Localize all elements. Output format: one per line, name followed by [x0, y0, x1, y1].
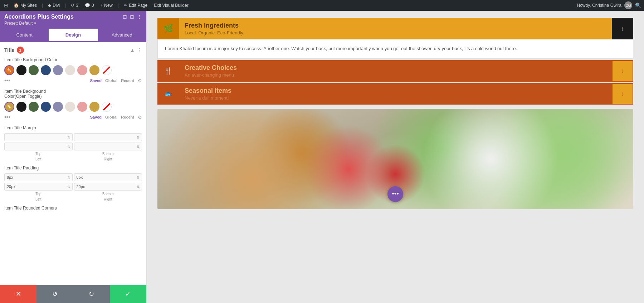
tab-content[interactable]: Content	[0, 29, 49, 42]
active-color-swatch-2[interactable]: ✎	[4, 102, 14, 112]
color-swatch-2-green[interactable]	[29, 102, 39, 112]
wordpress-icon[interactable]: ⊞	[3, 3, 9, 8]
sidebar-title: Accordions Plus Settings	[4, 14, 74, 20]
global-tag[interactable]: Global	[105, 78, 117, 83]
padding-right-input[interactable]	[76, 184, 136, 189]
item-title-padding-label: Item Title Padding	[4, 165, 142, 170]
updates-button[interactable]: ↺ 3	[69, 2, 80, 9]
accordion-text-2: Creative Choices An ever-changing menu	[179, 60, 612, 82]
active-color-swatch-1[interactable]: ✎	[4, 65, 14, 75]
color-swatch-green[interactable]	[29, 65, 39, 75]
sidebar-tabs: Content Design Advanced	[0, 29, 146, 42]
margin-top-input[interactable]	[6, 134, 67, 140]
search-icon[interactable]: 🔍	[635, 3, 641, 8]
accordion-icon-2: 🍴	[157, 60, 179, 82]
food-image: •••	[157, 109, 633, 209]
color-swatch-2-pink[interactable]	[77, 102, 87, 112]
accordion-toggle-2[interactable]: ↓	[612, 60, 633, 82]
accordion-toggle-3[interactable]: ↓	[612, 83, 633, 105]
link-icon-margin-top[interactable]: ⇅	[67, 135, 70, 139]
margin-right-label: Right	[74, 157, 142, 161]
accordion-toggle-1[interactable]: ↓	[612, 18, 633, 39]
preset-selector[interactable]: Preset: Default ▾	[4, 21, 142, 26]
margin-top-group: ⇅	[4, 133, 73, 141]
saved-tag[interactable]: Saved	[90, 78, 102, 83]
margin-right-input[interactable]	[76, 144, 136, 149]
tab-advanced[interactable]: Advanced	[98, 29, 146, 42]
color-swatch-2-none[interactable]	[102, 102, 112, 112]
fab-button[interactable]: •••	[387, 186, 403, 202]
link-icon-padding-bottom[interactable]: ⇅	[137, 175, 140, 179]
color-footer-2: ••• Saved Global Recent ⚙	[4, 114, 142, 120]
color-settings-2-icon[interactable]: ⚙	[138, 115, 142, 120]
accordion-title-2: Creative Choices	[185, 64, 606, 72]
margin-bottom-input[interactable]	[76, 134, 136, 140]
color-swatch-2-gold[interactable]	[89, 102, 99, 112]
link-icon-margin-left[interactable]: ⇅	[67, 145, 70, 149]
user-greeting: Howdy, Christina Gwira	[577, 3, 621, 8]
accordion-item-2: 🍴 Creative Choices An ever-changing menu…	[157, 60, 633, 82]
color-swatch-2-blue[interactable]	[41, 102, 51, 112]
section-options-icon[interactable]: ⋮	[137, 47, 142, 53]
more-options-icon[interactable]: ⋮	[137, 14, 142, 20]
item-title-margin-label: Item Title Margin	[4, 125, 142, 130]
exit-builder-button[interactable]: Exit Visual Builder	[152, 2, 191, 9]
chevron-up-icon[interactable]: ▲	[130, 47, 135, 53]
more-colors-icon[interactable]: •••	[4, 77, 10, 84]
margin-left-input[interactable]	[6, 144, 67, 149]
color-row-2: ✎	[4, 102, 142, 112]
accordion-icon-3: 🐟	[157, 83, 179, 105]
tab-design[interactable]: Design	[49, 29, 97, 42]
edit-page-button[interactable]: ✏ Edit Page	[122, 2, 150, 9]
divi-icon: ◆	[48, 3, 51, 8]
divi-button[interactable]: ◆ Divi	[46, 2, 62, 9]
color-swatch-purple[interactable]	[53, 65, 63, 75]
color-swatch-black[interactable]	[16, 65, 26, 75]
link-icon-margin-bottom[interactable]: ⇅	[137, 135, 140, 139]
global-tag-2[interactable]: Global	[105, 115, 117, 119]
recent-tag[interactable]: Recent	[121, 78, 134, 83]
color-settings-icon[interactable]: ⚙	[138, 78, 142, 83]
padding-left-group: ⇅	[4, 183, 73, 191]
item-title-rounded-group: Item Title Rounded Corners	[4, 206, 142, 211]
padding-right-label: Right	[74, 197, 142, 201]
padding-left-input[interactable]	[6, 184, 67, 189]
save-button[interactable]: ✓	[110, 285, 146, 303]
avatar[interactable]: CG	[624, 1, 632, 9]
accordion-header-2: 🍴 Creative Choices An ever-changing menu…	[157, 60, 633, 82]
comments-button[interactable]: 💬 0	[83, 2, 96, 9]
my-sites-button[interactable]: 🏠 My Sites	[11, 2, 39, 9]
link-icon-padding-right[interactable]: ⇅	[137, 185, 140, 189]
color-swatch-2-black[interactable]	[16, 102, 26, 112]
undo-icon: ↺	[52, 290, 58, 298]
saved-tag-2[interactable]: Saved	[90, 115, 102, 119]
link-icon-padding-top[interactable]: ⇅	[67, 175, 70, 179]
padding-left-label: Left	[4, 197, 73, 201]
color-swatch-none[interactable]	[102, 65, 112, 75]
accordion-body-1: Lorem Khaled Ipsum is a major key to suc…	[157, 39, 633, 59]
margin-right-group: ⇅	[74, 143, 142, 150]
more-colors-2-icon[interactable]: •••	[4, 114, 10, 120]
padding-bottom-input[interactable]	[76, 174, 136, 180]
columns-icon[interactable]: ⊞	[130, 14, 134, 20]
accordion-item-1: 🌿 Fresh Ingredients Local. Organic. Eco-…	[157, 18, 633, 59]
color-swatch-2-light[interactable]	[65, 102, 75, 112]
top-bar: ⊞ 🏠 My Sites | ◆ Divi | ↺ 3 💬 0 + New | …	[0, 0, 644, 11]
color-swatch-gold[interactable]	[89, 65, 99, 75]
color-swatch-light[interactable]	[65, 65, 75, 75]
comment-icon: 💬	[85, 3, 90, 8]
padding-top-input[interactable]	[6, 174, 67, 180]
cancel-button[interactable]: ✕	[0, 285, 36, 303]
accordion-subtitle-2: An ever-changing menu	[185, 72, 606, 78]
color-swatch-blue[interactable]	[41, 65, 51, 75]
color-swatch-pink[interactable]	[77, 65, 87, 75]
color-swatch-2-purple[interactable]	[53, 102, 63, 112]
screen-options-icon[interactable]: ⊡	[123, 14, 127, 20]
redo-button[interactable]: ↻	[73, 285, 110, 303]
link-icon-padding-left[interactable]: ⇅	[67, 185, 70, 189]
padding-inputs: ⇅ ⇅ ⇅ ⇅	[4, 173, 142, 191]
link-icon-margin-right[interactable]: ⇅	[137, 145, 140, 149]
new-button[interactable]: + New	[98, 2, 115, 9]
recent-tag-2[interactable]: Recent	[121, 115, 134, 119]
undo-button[interactable]: ↺	[36, 285, 73, 303]
